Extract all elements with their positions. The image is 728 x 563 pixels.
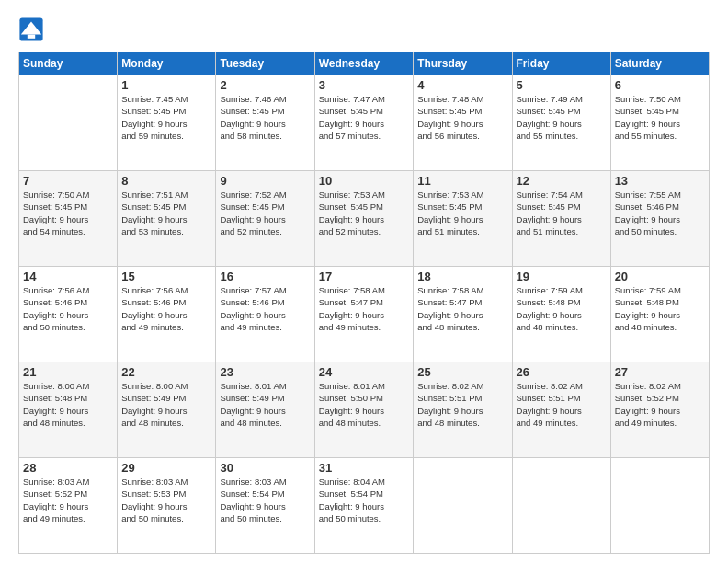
- day-number: 4: [417, 78, 507, 92]
- calendar-cell: 31Sunrise: 8:04 AM Sunset: 5:54 PM Dayli…: [314, 458, 414, 554]
- day-number: 10: [319, 174, 410, 188]
- calendar-cell: 27Sunrise: 8:02 AM Sunset: 5:52 PM Dayli…: [610, 362, 709, 458]
- day-info: Sunrise: 7:59 AM Sunset: 5:48 PM Dayligh…: [615, 284, 705, 333]
- week-row-2: 7Sunrise: 7:50 AM Sunset: 5:45 PM Daylig…: [19, 171, 710, 267]
- calendar-cell: 8Sunrise: 7:51 AM Sunset: 5:45 PM Daylig…: [118, 171, 216, 267]
- calendar-table: SundayMondayTuesdayWednesdayThursdayFrid…: [18, 52, 710, 554]
- week-row-1: 1Sunrise: 7:45 AM Sunset: 5:45 PM Daylig…: [19, 75, 710, 171]
- calendar-cell: [414, 458, 512, 554]
- day-info: Sunrise: 7:49 AM Sunset: 5:45 PM Dayligh…: [517, 93, 607, 142]
- day-number: 25: [417, 365, 507, 379]
- weekday-header-thursday: Thursday: [414, 52, 512, 75]
- day-info: Sunrise: 8:02 AM Sunset: 5:51 PM Dayligh…: [517, 380, 607, 429]
- calendar-cell: 21Sunrise: 8:00 AM Sunset: 5:48 PM Dayli…: [19, 362, 118, 458]
- day-info: Sunrise: 7:56 AM Sunset: 5:46 PM Dayligh…: [23, 284, 113, 333]
- calendar-cell: 30Sunrise: 8:03 AM Sunset: 5:54 PM Dayli…: [216, 458, 314, 554]
- day-info: Sunrise: 8:00 AM Sunset: 5:48 PM Dayligh…: [23, 380, 113, 429]
- week-row-3: 14Sunrise: 7:56 AM Sunset: 5:46 PM Dayli…: [19, 267, 710, 362]
- calendar-cell: 11Sunrise: 7:53 AM Sunset: 5:45 PM Dayli…: [414, 171, 512, 267]
- calendar-cell: 22Sunrise: 8:00 AM Sunset: 5:49 PM Dayli…: [118, 362, 216, 458]
- day-info: Sunrise: 7:50 AM Sunset: 5:45 PM Dayligh…: [615, 93, 705, 142]
- day-info: Sunrise: 7:52 AM Sunset: 5:45 PM Dayligh…: [220, 189, 310, 237]
- day-info: Sunrise: 8:01 AM Sunset: 5:49 PM Dayligh…: [220, 380, 310, 429]
- day-number: 22: [121, 365, 211, 379]
- calendar-cell: 6Sunrise: 7:50 AM Sunset: 5:45 PM Daylig…: [610, 75, 709, 171]
- calendar-cell: 3Sunrise: 7:47 AM Sunset: 5:45 PM Daylig…: [314, 75, 414, 171]
- calendar-cell: 23Sunrise: 8:01 AM Sunset: 5:49 PM Dayli…: [216, 362, 314, 458]
- day-number: 14: [23, 270, 113, 283]
- calendar-cell: 18Sunrise: 7:58 AM Sunset: 5:47 PM Dayli…: [414, 267, 512, 362]
- weekday-header-saturday: Saturday: [610, 52, 709, 75]
- weekday-header-row: SundayMondayTuesdayWednesdayThursdayFrid…: [19, 52, 710, 75]
- logo: [18, 17, 48, 42]
- day-info: Sunrise: 7:55 AM Sunset: 5:46 PM Dayligh…: [615, 189, 705, 237]
- calendar-cell: 29Sunrise: 8:03 AM Sunset: 5:53 PM Dayli…: [118, 458, 216, 554]
- day-number: 15: [121, 270, 211, 283]
- day-info: Sunrise: 8:04 AM Sunset: 5:54 PM Dayligh…: [319, 476, 410, 524]
- day-info: Sunrise: 7:58 AM Sunset: 5:47 PM Dayligh…: [319, 284, 410, 333]
- calendar-cell: 16Sunrise: 7:57 AM Sunset: 5:46 PM Dayli…: [216, 267, 314, 362]
- weekday-header-friday: Friday: [512, 52, 610, 75]
- day-info: Sunrise: 8:03 AM Sunset: 5:54 PM Dayligh…: [220, 476, 310, 524]
- calendar-cell: 24Sunrise: 8:01 AM Sunset: 5:50 PM Dayli…: [314, 362, 414, 458]
- weekday-header-tuesday: Tuesday: [216, 52, 314, 75]
- day-info: Sunrise: 7:46 AM Sunset: 5:45 PM Dayligh…: [220, 93, 310, 142]
- day-info: Sunrise: 8:02 AM Sunset: 5:52 PM Dayligh…: [615, 380, 705, 429]
- page: SundayMondayTuesdayWednesdayThursdayFrid…: [0, 0, 728, 563]
- weekday-header-monday: Monday: [118, 52, 216, 75]
- day-number: 26: [517, 365, 607, 379]
- day-info: Sunrise: 8:02 AM Sunset: 5:51 PM Dayligh…: [417, 380, 507, 429]
- calendar-cell: 2Sunrise: 7:46 AM Sunset: 5:45 PM Daylig…: [216, 75, 314, 171]
- day-number: 7: [23, 174, 113, 188]
- calendar-cell: 4Sunrise: 7:48 AM Sunset: 5:45 PM Daylig…: [414, 75, 512, 171]
- day-info: Sunrise: 7:54 AM Sunset: 5:45 PM Dayligh…: [517, 189, 607, 237]
- day-info: Sunrise: 7:47 AM Sunset: 5:45 PM Dayligh…: [319, 93, 410, 142]
- calendar-cell: 1Sunrise: 7:45 AM Sunset: 5:45 PM Daylig…: [118, 75, 216, 171]
- day-number: 11: [417, 174, 507, 188]
- calendar-cell: 14Sunrise: 7:56 AM Sunset: 5:46 PM Dayli…: [19, 267, 118, 362]
- day-info: Sunrise: 7:56 AM Sunset: 5:46 PM Dayligh…: [121, 284, 211, 333]
- day-number: 16: [220, 270, 310, 283]
- calendar-cell: 25Sunrise: 8:02 AM Sunset: 5:51 PM Dayli…: [414, 362, 512, 458]
- week-row-4: 21Sunrise: 8:00 AM Sunset: 5:48 PM Dayli…: [19, 362, 710, 458]
- calendar-cell: 9Sunrise: 7:52 AM Sunset: 5:45 PM Daylig…: [216, 171, 314, 267]
- day-info: Sunrise: 7:50 AM Sunset: 5:45 PM Dayligh…: [23, 189, 113, 237]
- day-number: 30: [220, 461, 310, 475]
- calendar-cell: 15Sunrise: 7:56 AM Sunset: 5:46 PM Dayli…: [118, 267, 216, 362]
- calendar-cell: 19Sunrise: 7:59 AM Sunset: 5:48 PM Dayli…: [512, 267, 610, 362]
- calendar-cell: 20Sunrise: 7:59 AM Sunset: 5:48 PM Dayli…: [610, 267, 709, 362]
- calendar-cell: 17Sunrise: 7:58 AM Sunset: 5:47 PM Dayli…: [314, 267, 414, 362]
- day-number: 21: [23, 365, 113, 379]
- day-number: 23: [220, 365, 310, 379]
- day-number: 1: [121, 78, 211, 92]
- day-number: 19: [517, 270, 607, 283]
- day-info: Sunrise: 8:00 AM Sunset: 5:49 PM Dayligh…: [121, 380, 211, 429]
- calendar-cell: 10Sunrise: 7:53 AM Sunset: 5:45 PM Dayli…: [314, 171, 414, 267]
- day-number: 31: [319, 461, 410, 475]
- day-number: 18: [417, 270, 507, 283]
- calendar-cell: [610, 458, 709, 554]
- day-number: 9: [220, 174, 310, 188]
- calendar-cell: 12Sunrise: 7:54 AM Sunset: 5:45 PM Dayli…: [512, 171, 610, 267]
- day-number: 28: [23, 461, 113, 475]
- day-info: Sunrise: 7:51 AM Sunset: 5:45 PM Dayligh…: [121, 189, 211, 237]
- calendar-cell: 5Sunrise: 7:49 AM Sunset: 5:45 PM Daylig…: [512, 75, 610, 171]
- day-info: Sunrise: 8:01 AM Sunset: 5:50 PM Dayligh…: [319, 380, 410, 429]
- day-number: 2: [220, 78, 310, 92]
- day-info: Sunrise: 7:53 AM Sunset: 5:45 PM Dayligh…: [417, 189, 507, 237]
- svg-rect-2: [28, 35, 35, 39]
- weekday-header-sunday: Sunday: [19, 52, 118, 75]
- day-info: Sunrise: 7:48 AM Sunset: 5:45 PM Dayligh…: [417, 93, 507, 142]
- logo-icon: [18, 17, 44, 42]
- calendar-cell: [512, 458, 610, 554]
- day-info: Sunrise: 8:03 AM Sunset: 5:53 PM Dayligh…: [121, 476, 211, 524]
- day-number: 5: [517, 78, 607, 92]
- calendar-cell: [19, 75, 118, 171]
- header: [18, 17, 710, 42]
- day-info: Sunrise: 8:03 AM Sunset: 5:52 PM Dayligh…: [23, 476, 113, 524]
- day-number: 3: [319, 78, 410, 92]
- day-number: 17: [319, 270, 410, 283]
- day-number: 6: [615, 78, 705, 92]
- day-number: 12: [517, 174, 607, 188]
- day-info: Sunrise: 7:45 AM Sunset: 5:45 PM Dayligh…: [121, 93, 211, 142]
